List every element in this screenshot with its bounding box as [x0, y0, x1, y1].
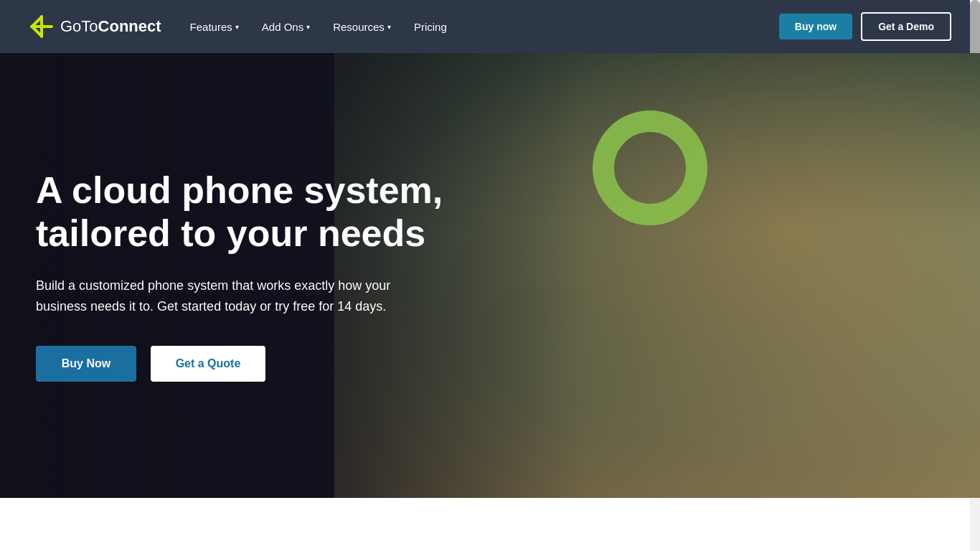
hero-section: A cloud phone system, tailored to your n… [0, 53, 980, 498]
hero-buy-now-button[interactable]: Buy Now [36, 346, 136, 382]
chevron-down-icon: ▾ [235, 23, 239, 31]
navbar-right: Buy now Get a Demo [779, 12, 951, 41]
logo-icon [29, 14, 55, 39]
nav-buy-now-button[interactable]: Buy now [779, 14, 852, 39]
section-calls-meetings: Calls, meetings and messages – anywhere,… [0, 498, 980, 551]
nav-link-features[interactable]: Features ▾ [190, 21, 239, 33]
nav-link-addons[interactable]: Add Ons ▾ [262, 21, 310, 33]
scrollbar-thumb[interactable] [970, 0, 980, 57]
navbar: GoToConnect Features ▾ Add Ons ▾ Resourc… [0, 0, 980, 53]
nav-get-demo-button[interactable]: Get a Demo [861, 12, 951, 41]
section-below-title: Calls, meetings and messages – anywhere,… [239, 548, 741, 551]
hero-get-quote-button[interactable]: Get a Quote [151, 346, 265, 382]
hero-buttons: Buy Now Get a Quote [36, 346, 473, 382]
navbar-left: GoToConnect Features ▾ Add Ons ▾ Resourc… [29, 14, 447, 39]
chevron-down-icon: ▾ [387, 23, 391, 31]
hero-title: A cloud phone system, tailored to your n… [36, 169, 452, 255]
nav-link-pricing[interactable]: Pricing [414, 21, 447, 33]
hero-green-circle-decoration [593, 110, 707, 225]
nav-links: Features ▾ Add Ons ▾ Resources ▾ Pricing [190, 21, 447, 33]
logo[interactable]: GoToConnect [29, 14, 161, 39]
hero-content: A cloud phone system, tailored to your n… [0, 53, 502, 498]
nav-link-resources[interactable]: Resources ▾ [333, 21, 391, 33]
chevron-down-icon: ▾ [306, 23, 310, 31]
logo-text: GoToConnect [60, 17, 161, 36]
hero-subtitle: Build a customized phone system that wor… [36, 276, 438, 317]
